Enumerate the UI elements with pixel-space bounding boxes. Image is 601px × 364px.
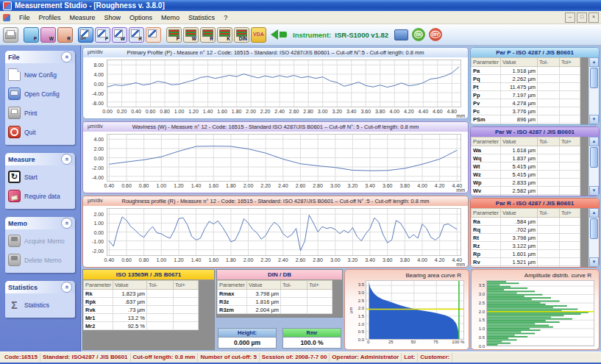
column-header[interactable]: Parameter [84, 281, 113, 290]
sidebar-item-quit[interactable]: Quit [8, 126, 72, 138]
table-row[interactable]: Pc3.776 µm [472, 107, 580, 115]
print-button[interactable] [3, 27, 18, 43]
scroll-down-button[interactable]: ▼ [589, 115, 599, 124]
cutoff-button[interactable]: CUT-OFF [78, 27, 93, 43]
profile-p-button[interactable]: P [24, 27, 39, 43]
table-row[interactable]: R3z1.816 µm [218, 298, 332, 306]
scroll-down-button[interactable]: ▼ [589, 186, 599, 196]
chart-w-button[interactable]: W [112, 27, 127, 43]
sidebar-item-print[interactable]: Print [8, 107, 72, 119]
sidebar-item-new-config[interactable]: New Config [8, 68, 72, 81]
collapse-button[interactable]: « [61, 218, 72, 229]
table-row[interactable]: Rmax3.798 µm [218, 290, 332, 298]
table-row[interactable]: Pδc11.475 µm [472, 124, 580, 125]
height-value[interactable]: 0.000 µm [218, 337, 277, 349]
menu-help[interactable]: ? [219, 13, 232, 22]
table-row[interactable]: Rz3.122 µm [472, 242, 580, 250]
table-row[interactable]: Rc1.8 µm [472, 266, 580, 267]
column-header[interactable]: Tol- [538, 138, 560, 146]
table-row[interactable]: Rt3.798 µm [472, 234, 580, 242]
table-row[interactable]: Wp2.833 µm [472, 179, 580, 187]
menu-measure[interactable]: Measure [65, 13, 100, 22]
table-row[interactable]: R3zm2.004 µm [218, 306, 332, 314]
column-header[interactable]: Tol- [538, 209, 560, 218]
menu-profiles[interactable]: Profiles [35, 13, 65, 22]
column-header[interactable]: Tol+ [560, 209, 580, 218]
rmr-value[interactable]: 100.0 % [282, 337, 341, 349]
column-header[interactable]: Parameter [472, 138, 501, 146]
sidebar-item-statistics[interactable]: Statistics [8, 299, 72, 311]
column-header[interactable]: Value [501, 138, 538, 146]
scrollbar[interactable]: ▲▼ [588, 208, 599, 267]
sidebar-item-require-data[interactable]: Require data [8, 190, 72, 202]
table-row[interactable]: Wz5.415 µm [472, 171, 580, 179]
scroll-down-button[interactable]: ▼ [589, 257, 599, 267]
column-header[interactable]: Tol- [281, 281, 307, 290]
profile-w-button[interactable]: W [40, 27, 56, 43]
table-row[interactable]: Rpk.637 µm [84, 298, 199, 306]
table-row[interactable]: Pa1.918 µm [472, 67, 580, 75]
column-header[interactable]: Parameter [218, 281, 247, 290]
scroll-up-button[interactable]: ▲ [589, 57, 599, 67]
scrollbar[interactable]: ▲▼ [588, 137, 599, 196]
vda-button[interactable]: VDA [251, 27, 266, 43]
column-header[interactable]: Tol+ [174, 281, 199, 290]
instrument-on-button[interactable]: ON [412, 28, 425, 41]
table-row[interactable]: Rp1.601 µm [472, 250, 580, 258]
column-header[interactable]: Parameter [472, 209, 501, 218]
minimize-button[interactable]: – [565, 13, 575, 23]
chart-p-button[interactable]: P [95, 27, 110, 43]
table-din-button[interactable]: DIN [234, 27, 249, 43]
table-row[interactable]: Pp7.197 µm [472, 91, 580, 99]
column-header[interactable]: Tol+ [307, 281, 332, 290]
chart-r-button[interactable]: R [129, 27, 144, 43]
table-row[interactable]: Wv2.582 µm [472, 187, 580, 195]
scroll-up-button[interactable]: ▲ [589, 208, 599, 218]
menu-file[interactable]: File [15, 13, 35, 22]
table-row[interactable]: Rvk.73 µm [84, 306, 199, 314]
sidebar-item-open-config[interactable]: Open Config [8, 88, 72, 100]
table-row[interactable]: Mr113.2 % [84, 314, 199, 322]
chart-blank-button[interactable] [146, 27, 161, 43]
column-header[interactable]: Value [247, 281, 281, 290]
column-header[interactable]: Tol- [538, 58, 560, 67]
table-row[interactable]: Wa1.618 µm [472, 146, 580, 154]
table-row[interactable]: Wc5.415 µm [472, 195, 580, 196]
sidebar-item-delete-memo[interactable]: Delete Memo [8, 254, 72, 266]
scroll-up-button[interactable]: ▲ [589, 137, 599, 146]
scrollbar[interactable]: ▲▼ [588, 57, 599, 124]
table-w-button[interactable]: W [183, 27, 199, 43]
collapse-button[interactable]: « [61, 51, 72, 63]
column-header[interactable]: Value [501, 58, 538, 67]
table-r-button[interactable]: R [200, 27, 216, 43]
sidebar-item-start[interactable]: Start [8, 171, 72, 183]
column-header[interactable]: Value [501, 209, 538, 218]
column-header[interactable]: Value [113, 281, 147, 290]
table-row[interactable]: Rq.702 µm [472, 226, 580, 234]
instrument-icon[interactable] [394, 29, 408, 40]
table-row[interactable]: Rv1.521 µm [472, 258, 580, 266]
scroll-thumb[interactable] [590, 218, 598, 239]
table-row[interactable]: PSm896 µm [472, 115, 580, 124]
close-button[interactable]: × [588, 13, 599, 23]
sidebar-item-acquire-memo[interactable]: Acquire Memo [8, 235, 72, 247]
scroll-thumb[interactable] [590, 68, 598, 88]
menu-options[interactable]: Options [125, 13, 157, 22]
menu-memo[interactable]: Memo [157, 13, 184, 22]
table-p-button[interactable]: P [166, 27, 182, 43]
collapse-button[interactable]: « [61, 282, 72, 293]
table-row[interactable]: Pt11.475 µm [472, 83, 580, 91]
column-header[interactable]: Tol+ [560, 138, 580, 146]
table-row[interactable]: Ra.584 µm [472, 218, 580, 226]
table-row[interactable]: Wt5.415 µm [472, 163, 580, 171]
menu-statistics[interactable]: Statistics [184, 13, 219, 22]
restore-button[interactable]: □ [577, 13, 587, 23]
column-header[interactable]: Parameter [472, 58, 501, 67]
scroll-thumb[interactable] [590, 147, 598, 168]
menu-show[interactable]: Show [100, 13, 126, 22]
table-row[interactable]: Pq2.262 µm [472, 75, 580, 83]
table-k-button[interactable]: K [217, 27, 232, 43]
column-header[interactable]: Tol- [147, 281, 174, 290]
column-header[interactable]: Tol+ [560, 58, 580, 67]
instrument-off-button[interactable]: OFF [429, 28, 442, 41]
